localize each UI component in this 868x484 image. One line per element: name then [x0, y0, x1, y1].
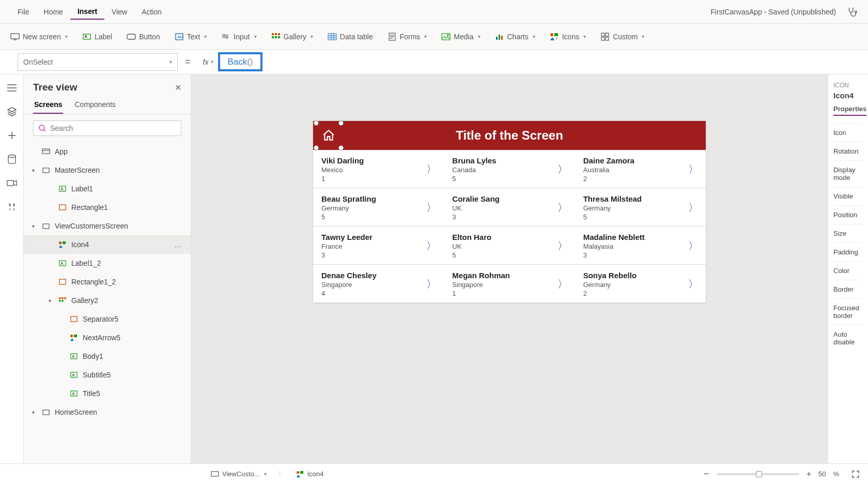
prop-row-border[interactable]: Border: [833, 280, 863, 298]
gallery-cell[interactable]: Thresa Milstead Germany 5 〉: [575, 188, 706, 226]
prop-row-rotation[interactable]: Rotation: [833, 142, 863, 160]
gallery-cell[interactable]: Coralie Sang UK 3 〉: [444, 188, 575, 226]
gallery-cell[interactable]: Daine Zamora Australia 2 〉: [575, 150, 706, 188]
breadcrumb-screen[interactable]: ViewCusto... ▾: [207, 468, 271, 480]
tree-item-label: Rectangle1_2: [71, 278, 116, 286]
props-tab-properties[interactable]: Properties: [833, 105, 866, 116]
prop-row-display-mode[interactable]: Display mode: [833, 160, 863, 187]
svg-rect-12: [275, 33, 277, 35]
prop-row-focused-border[interactable]: Focused border: [833, 298, 863, 325]
tree-item-subtitle5[interactable]: Subtitle5: [24, 366, 191, 384]
ribbon-label: New screen: [23, 33, 61, 41]
formula-input[interactable]: Back(): [218, 52, 262, 71]
prop-row-visible[interactable]: Visible: [833, 187, 863, 205]
rail-tools-icon[interactable]: [6, 201, 18, 213]
ribbon-button[interactable]: Button: [127, 32, 160, 41]
chevron-right-icon[interactable]: 〉: [426, 162, 437, 176]
chevron-right-icon[interactable]: 〉: [426, 200, 437, 214]
menu-insert[interactable]: Insert: [70, 4, 104, 20]
ribbon-text[interactable]: AbcText▾: [175, 32, 207, 41]
gallery-cell[interactable]: Megan Rohman Singapore 1 〉: [444, 265, 575, 303]
tree-item-icon4[interactable]: Icon4…: [24, 235, 191, 254]
gallery-cell[interactable]: Tawny Leeder France 3 〉: [313, 226, 444, 265]
gallery-cell[interactable]: Elton Haro UK 5 〉: [444, 226, 575, 265]
ribbon-custom[interactable]: Custom▾: [600, 32, 644, 41]
search-input[interactable]: [50, 124, 176, 132]
tree-item-masterscreen[interactable]: ▾MasterScreen: [24, 161, 191, 179]
search-box[interactable]: [33, 120, 181, 136]
ribbon-charts[interactable]: Charts▾: [495, 32, 535, 41]
prop-row-icon[interactable]: Icon: [833, 123, 863, 142]
fit-icon[interactable]: [851, 470, 860, 478]
gallery-cell[interactable]: Viki Darling Mexico 1 〉: [313, 150, 444, 188]
tree-item-rectangle1[interactable]: Rectangle1: [24, 198, 191, 217]
zoom-slider[interactable]: [717, 473, 799, 475]
chevron-right-icon[interactable]: 〉: [557, 277, 568, 291]
tree-item-title5[interactable]: Title5: [24, 384, 191, 403]
home-icon-selected[interactable]: [316, 123, 341, 148]
gallery-cell[interactable]: Sonya Rebello Germany 2 〉: [575, 265, 706, 303]
chevron-right-icon[interactable]: 〉: [688, 200, 699, 214]
rail-data-icon[interactable]: [6, 153, 18, 165]
gallery-cell[interactable]: Denae Chesley Singapore 4 〉: [313, 265, 444, 303]
ribbon-datatable[interactable]: Data table: [328, 32, 373, 41]
chevron-right-icon[interactable]: 〉: [688, 238, 699, 252]
chevron-right-icon[interactable]: 〉: [688, 162, 699, 176]
zoom-in-button[interactable]: +: [807, 470, 811, 479]
menu-view[interactable]: View: [104, 5, 134, 19]
close-icon[interactable]: ✕: [175, 83, 181, 93]
ribbon-input[interactable]: Input▾: [221, 32, 256, 41]
tree-item-viewcustomersscreen[interactable]: ▾ViewCustomersScreen: [24, 217, 191, 235]
tree-item-rectangle1_2[interactable]: Rectangle1_2: [24, 273, 191, 291]
gallery-cell[interactable]: Bruna Lyles Canada 5 〉: [444, 150, 575, 188]
ribbon-gallery[interactable]: Gallery▾: [271, 32, 313, 41]
tree-item-gallery2[interactable]: ▾Gallery2: [24, 291, 191, 310]
menu-action[interactable]: Action: [134, 5, 169, 19]
chevron-down-icon: ▾: [583, 34, 586, 39]
ribbon-forms[interactable]: Forms▾: [388, 32, 427, 41]
tree-item-separator5[interactable]: Separator5: [24, 310, 191, 328]
tree-item-nextarrow5[interactable]: NextArrow5: [24, 328, 191, 347]
canvas[interactable]: Title of the Screen Viki Darling Mexico …: [191, 74, 828, 463]
screen-preview[interactable]: Title of the Screen Viki Darling Mexico …: [313, 121, 706, 303]
prop-row-padding[interactable]: Padding: [833, 243, 863, 261]
rail-media-icon[interactable]: [6, 177, 18, 189]
menu-file[interactable]: File: [10, 5, 37, 19]
fx-label[interactable]: fx▾: [198, 58, 219, 66]
menu-home[interactable]: Home: [37, 5, 70, 19]
rail-plus-icon[interactable]: [6, 129, 18, 142]
chevron-right-icon[interactable]: 〉: [557, 200, 568, 214]
tree-item-label1[interactable]: Label1: [24, 179, 191, 198]
prop-row-position[interactable]: Position: [833, 205, 863, 224]
rail-tree-icon[interactable]: [6, 105, 18, 118]
left-rail: [0, 74, 24, 463]
chevron-right-icon[interactable]: 〉: [688, 277, 699, 291]
ribbon-new-screen[interactable]: New screen▾: [10, 32, 68, 41]
tree-item-app[interactable]: App: [24, 142, 191, 161]
tree-item-label1_2[interactable]: Label1_2: [24, 254, 191, 273]
more-icon[interactable]: …: [174, 240, 182, 249]
chevron-right-icon[interactable]: 〉: [426, 238, 437, 252]
tab-screens[interactable]: Screens: [33, 96, 63, 114]
rail-hamburger-icon[interactable]: [6, 82, 18, 94]
prop-row-color[interactable]: Color: [833, 261, 863, 280]
tree-item-homescreen[interactable]: ▾HomeScreen: [24, 403, 191, 421]
property-select[interactable]: OnSelect ▾: [18, 53, 178, 71]
breadcrumb-item[interactable]: Icon4: [292, 468, 328, 480]
gallery[interactable]: Viki Darling Mexico 1 〉Bruna Lyles Canad…: [313, 150, 706, 303]
gallery-cell[interactable]: Beau Spratling Germany 5 〉: [313, 188, 444, 226]
prop-row-size[interactable]: Size: [833, 224, 863, 243]
zoom-out-button[interactable]: −: [704, 468, 709, 479]
gallery-cell[interactable]: Madaline Neblett Malayasia 3 〉: [575, 226, 706, 265]
tree-item-body1[interactable]: Body1: [24, 347, 191, 366]
stethoscope-icon[interactable]: [846, 6, 858, 18]
ribbon-label[interactable]: Label: [82, 32, 112, 41]
chevron-right-icon[interactable]: 〉: [557, 238, 568, 252]
prop-row-auto-disable[interactable]: Auto disable: [833, 325, 863, 351]
cell-name: Sonya Rebello: [583, 271, 698, 280]
ribbon-icons[interactable]: +Icons▾: [550, 32, 586, 41]
chevron-right-icon[interactable]: 〉: [426, 277, 437, 291]
chevron-right-icon[interactable]: 〉: [557, 162, 568, 176]
ribbon-media[interactable]: Media▾: [441, 32, 480, 41]
tab-components[interactable]: Components: [73, 96, 116, 114]
